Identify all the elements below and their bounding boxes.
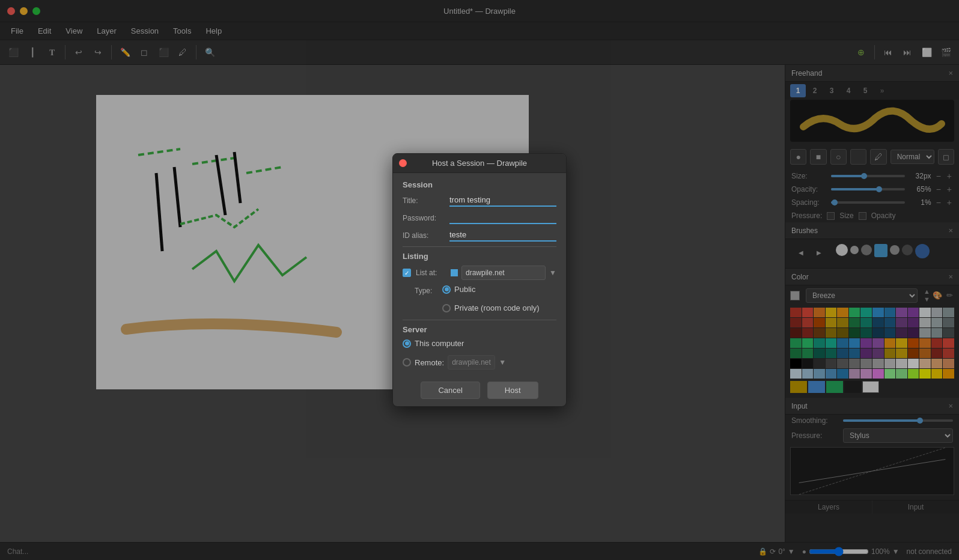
dialog-type-row: Type: Public Private (room code only) <box>415 285 556 315</box>
dialog-titlebar: Host a Session — Drawpile <box>393 154 566 173</box>
radio-private[interactable] <box>442 304 451 312</box>
dialog-idalias-row: ID alias: <box>403 229 556 242</box>
session-section-label: Session <box>403 180 556 189</box>
dialog-title-input[interactable] <box>449 194 556 207</box>
host-button[interactable]: Host <box>487 382 538 399</box>
radio-thiscomputer[interactable] <box>403 339 411 348</box>
dialog-password-input[interactable] <box>449 212 556 224</box>
radio-remote[interactable] <box>403 358 411 367</box>
radio-private-option[interactable]: Private (room code only) <box>442 303 540 312</box>
radio-thiscomputer-label: This computer <box>415 339 464 348</box>
listing-section-label: Listing <box>403 252 556 261</box>
radio-public-option[interactable]: Public <box>442 285 475 294</box>
cancel-button[interactable]: Cancel <box>421 382 480 399</box>
radio-remote-label: Remote: <box>415 358 444 367</box>
dialog-listat-row: ✓ List at: drawpile.net ▼ <box>403 266 556 280</box>
server-dot-icon <box>451 269 458 276</box>
radio-public-label: Public <box>454 285 475 294</box>
dialog-password-row: Password: <box>403 212 556 224</box>
dialog-close-button[interactable] <box>399 159 407 167</box>
dialog-type-label: Type: <box>415 287 439 295</box>
server-section-label: Server <box>403 325 556 334</box>
dialog-listat-select[interactable]: drawpile.net <box>461 266 546 280</box>
dialog-password-label: Password: <box>403 214 445 222</box>
dialog-overlay: Host a Session — Drawpile Session Title:… <box>0 0 959 560</box>
host-session-dialog: Host a Session — Drawpile Session Title:… <box>392 153 567 407</box>
dialog-idalias-label: ID alias: <box>403 231 445 240</box>
dialog-divider-2 <box>403 320 556 320</box>
dialog-listat-dropdown-row: drawpile.net ▼ <box>451 266 556 280</box>
dialog-remote-row: Remote: drawpile.net ▼ <box>403 355 556 372</box>
dialog-listat-label: List at: <box>416 269 446 277</box>
dialog-thiscomputer-row: This computer <box>403 339 556 350</box>
radio-public[interactable] <box>442 285 451 294</box>
dialog-remote-select[interactable]: drawpile.net <box>448 355 495 370</box>
dialog-divider-1 <box>403 246 556 247</box>
list-at-checkbox[interactable]: ✓ <box>403 269 411 277</box>
radio-remote-option[interactable]: Remote: drawpile.net ▼ <box>403 355 506 370</box>
radio-private-label: Private (room code only) <box>454 303 540 312</box>
dialog-title: Host a Session — Drawpile <box>432 159 527 168</box>
dialog-body: Session Title: Password: ID alias: Listi… <box>393 173 566 406</box>
dialog-buttons: Cancel Host <box>403 382 556 399</box>
remote-dropdown-arrow: ▼ <box>499 358 506 367</box>
radio-thiscomputer-option[interactable]: This computer <box>403 339 464 348</box>
list-at-checkbox-option[interactable]: ✓ <box>403 269 411 277</box>
listat-dropdown-arrow: ▼ <box>549 269 556 277</box>
dialog-title-row: Title: <box>403 194 556 207</box>
dialog-idalias-input[interactable] <box>449 229 556 242</box>
dialog-title-label: Title: <box>403 196 445 205</box>
